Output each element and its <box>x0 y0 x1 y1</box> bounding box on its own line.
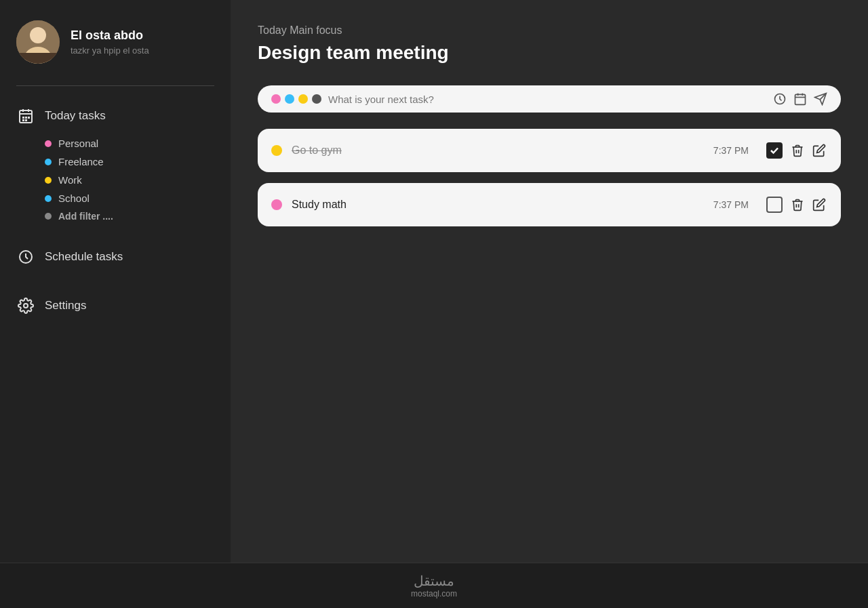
task-input-row <box>258 85 841 113</box>
task1-edit-button[interactable] <box>811 142 827 159</box>
svg-rect-3 <box>16 53 60 64</box>
yellow-dot <box>298 94 308 104</box>
task-card-2: Study math 7:37 PM <box>258 183 841 226</box>
add-filter-label: Add filter .... <box>58 211 113 222</box>
pink-dot <box>271 94 281 104</box>
task2-check-button[interactable] <box>765 195 784 214</box>
task-input[interactable] <box>328 94 766 105</box>
today-tasks-nav[interactable]: Today tasks <box>16 102 214 129</box>
input-actions <box>773 92 827 106</box>
task1-text: Go to gym <box>292 144 704 157</box>
main-content: Today Main focus Design team meeting <box>231 0 868 563</box>
profile-section: El osta abdo tazkr ya hpip el osta <box>16 20 214 64</box>
filter-freelance[interactable]: Freelance <box>45 156 214 167</box>
freelance-dot <box>45 159 52 165</box>
filter-freelance-label: Freelance <box>58 156 104 167</box>
page-subtitle: Today Main focus <box>258 24 841 37</box>
svg-rect-9 <box>25 117 27 119</box>
schedule-tasks-label: Schedule tasks <box>45 250 123 264</box>
svg-rect-10 <box>28 117 30 119</box>
footer-logo-text: مستقل <box>414 573 454 588</box>
blue-dot <box>285 94 294 104</box>
task1-actions <box>765 141 827 160</box>
school-dot <box>45 195 52 202</box>
svg-rect-8 <box>22 117 24 119</box>
task2-time: 7:37 PM <box>713 199 749 210</box>
svg-point-1 <box>30 27 46 43</box>
task-card-1: Go to gym 7:37 PM <box>258 129 841 172</box>
profile-name: El osta abdo <box>71 28 149 43</box>
task1-delete-button[interactable] <box>789 142 806 159</box>
filter-school[interactable]: School <box>45 192 214 204</box>
svg-rect-12 <box>25 119 27 121</box>
task1-check-button[interactable] <box>765 141 784 160</box>
settings-nav[interactable]: Settings <box>16 292 214 319</box>
footer-url: mostaql.com <box>9 589 859 599</box>
calendar-icon <box>16 106 35 125</box>
filter-personal-label: Personal <box>58 138 98 149</box>
today-tasks-label: Today tasks <box>45 109 106 123</box>
calendar-picker-button[interactable] <box>793 92 807 106</box>
work-dot <box>45 177 52 184</box>
time-picker-button[interactable] <box>773 92 787 106</box>
svg-point-14 <box>24 304 28 308</box>
personal-dot <box>45 140 52 147</box>
task1-dot <box>271 145 282 156</box>
profile-info: El osta abdo tazkr ya hpip el osta <box>71 28 149 56</box>
color-dots <box>271 94 321 104</box>
clock-icon <box>16 247 35 266</box>
task2-text: Study math <box>292 199 704 211</box>
gear-icon <box>16 296 35 315</box>
footer: مستقل mostaql.com <box>0 563 868 608</box>
filter-work-label: Work <box>58 174 82 186</box>
avatar <box>16 20 60 64</box>
settings-label: Settings <box>45 299 86 312</box>
task2-delete-button[interactable] <box>789 197 806 213</box>
add-dot <box>45 213 52 220</box>
gray-dot <box>312 94 321 104</box>
task1-checkbox-checked <box>766 142 783 159</box>
page-title: Design team meeting <box>258 42 841 64</box>
task2-edit-button[interactable] <box>811 197 827 213</box>
svg-rect-11 <box>22 119 24 121</box>
send-button[interactable] <box>814 92 827 106</box>
task2-actions <box>765 195 827 214</box>
filter-list: Personal Freelance Work School Add filte… <box>45 138 214 222</box>
filter-personal[interactable]: Personal <box>45 138 214 149</box>
schedule-tasks-nav[interactable]: Schedule tasks <box>16 243 214 270</box>
add-filter[interactable]: Add filter .... <box>45 211 214 222</box>
task2-checkbox-unchecked <box>766 197 783 213</box>
filter-work[interactable]: Work <box>45 174 214 186</box>
filter-school-label: School <box>58 192 90 204</box>
task2-dot <box>271 199 282 210</box>
today-tasks-section: Today tasks Personal Freelance Work Sc <box>16 102 214 222</box>
svg-rect-16 <box>795 94 806 104</box>
divider <box>16 85 214 86</box>
task1-time: 7:37 PM <box>713 145 749 156</box>
sidebar: El osta abdo tazkr ya hpip el osta <box>0 0 231 563</box>
footer-logo: مستقل <box>9 573 859 589</box>
profile-subtitle: tazkr ya hpip el osta <box>71 45 149 56</box>
